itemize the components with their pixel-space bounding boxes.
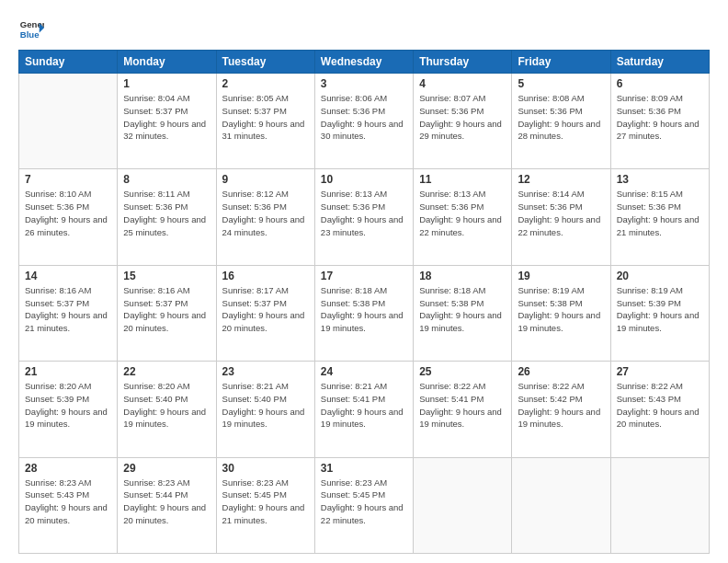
day-info: Sunrise: 8:21 AMSunset: 5:40 PMDaylight:… [222,380,309,431]
day-number: 24 [321,365,407,378]
day-number: 30 [222,462,309,475]
weekday-header-friday: Friday [512,51,610,74]
day-number: 2 [222,77,309,90]
day-info: Sunrise: 8:19 AMSunset: 5:38 PMDaylight:… [518,284,604,335]
calendar-cell [512,457,610,553]
day-info: Sunrise: 8:14 AMSunset: 5:36 PMDaylight:… [518,188,604,238]
calendar-cell: 22Sunrise: 8:20 AMSunset: 5:40 PMDayligh… [118,362,216,457]
calendar-cell: 28Sunrise: 8:23 AMSunset: 5:43 PMDayligh… [19,457,118,553]
weekday-header-tuesday: Tuesday [216,51,314,74]
day-number: 29 [123,462,210,475]
day-number: 4 [419,77,506,90]
day-number: 26 [518,365,604,378]
day-number: 13 [617,173,703,186]
day-info: Sunrise: 8:22 AMSunset: 5:43 PMDaylight:… [617,380,703,431]
calendar-cell: 17Sunrise: 8:18 AMSunset: 5:38 PMDayligh… [314,265,413,361]
day-number: 16 [222,270,309,282]
calendar-cell: 29Sunrise: 8:23 AMSunset: 5:44 PMDayligh… [118,457,216,553]
day-info: Sunrise: 8:18 AMSunset: 5:38 PMDaylight:… [321,284,407,335]
svg-text:Blue: Blue [20,29,40,40]
day-number: 22 [123,365,210,378]
calendar-cell: 16Sunrise: 8:17 AMSunset: 5:37 PMDayligh… [216,265,314,361]
day-number: 12 [518,173,604,186]
weekday-header-thursday: Thursday [414,51,512,74]
logo-icon: General Blue [18,17,44,42]
day-info: Sunrise: 8:23 AMSunset: 5:45 PMDaylight:… [321,477,407,527]
calendar-cell: 1Sunrise: 8:04 AMSunset: 5:37 PMDaylight… [118,74,216,169]
calendar-cell: 11Sunrise: 8:13 AMSunset: 5:36 PMDayligh… [414,169,512,265]
weekday-header-monday: Monday [118,51,216,74]
calendar-cell: 21Sunrise: 8:20 AMSunset: 5:39 PMDayligh… [19,362,118,457]
day-info: Sunrise: 8:13 AMSunset: 5:36 PMDaylight:… [321,188,407,238]
day-number: 9 [222,173,309,186]
day-number: 18 [419,270,506,282]
calendar-cell: 9Sunrise: 8:12 AMSunset: 5:36 PMDaylight… [216,169,314,265]
calendar-cell: 8Sunrise: 8:11 AMSunset: 5:36 PMDaylight… [118,169,216,265]
day-number: 10 [321,173,407,186]
day-info: Sunrise: 8:11 AMSunset: 5:36 PMDaylight:… [123,188,210,238]
day-number: 27 [617,365,703,378]
day-info: Sunrise: 8:05 AMSunset: 5:37 PMDaylight:… [222,92,309,143]
calendar-cell: 18Sunrise: 8:18 AMSunset: 5:38 PMDayligh… [414,265,512,361]
header: General Blue [18,17,710,42]
day-info: Sunrise: 8:07 AMSunset: 5:36 PMDaylight:… [419,92,506,143]
calendar-cell: 31Sunrise: 8:23 AMSunset: 5:45 PMDayligh… [314,457,413,553]
day-info: Sunrise: 8:23 AMSunset: 5:43 PMDaylight:… [25,477,111,527]
calendar-cell: 19Sunrise: 8:19 AMSunset: 5:38 PMDayligh… [512,265,610,361]
day-info: Sunrise: 8:12 AMSunset: 5:36 PMDaylight:… [222,188,309,238]
day-number: 7 [25,173,111,186]
logo: General Blue [18,17,44,42]
calendar-cell: 12Sunrise: 8:14 AMSunset: 5:36 PMDayligh… [512,169,610,265]
day-info: Sunrise: 8:20 AMSunset: 5:39 PMDaylight:… [25,380,111,431]
day-number: 25 [419,365,506,378]
calendar-cell: 13Sunrise: 8:15 AMSunset: 5:36 PMDayligh… [610,169,709,265]
calendar-cell [414,457,512,553]
page: General Blue SundayMondayTuesdayWednesda… [0,0,728,563]
day-info: Sunrise: 8:08 AMSunset: 5:36 PMDaylight:… [518,92,604,143]
day-info: Sunrise: 8:13 AMSunset: 5:36 PMDaylight:… [419,188,506,238]
day-number: 1 [123,77,210,90]
calendar-cell: 14Sunrise: 8:16 AMSunset: 5:37 PMDayligh… [19,265,118,361]
calendar-cell: 2Sunrise: 8:05 AMSunset: 5:37 PMDaylight… [216,74,314,169]
day-info: Sunrise: 8:16 AMSunset: 5:37 PMDaylight:… [123,284,210,335]
calendar-cell: 10Sunrise: 8:13 AMSunset: 5:36 PMDayligh… [314,169,413,265]
calendar-cell: 27Sunrise: 8:22 AMSunset: 5:43 PMDayligh… [610,362,709,457]
day-number: 31 [321,462,407,475]
weekday-header-row: SundayMondayTuesdayWednesdayThursdayFrid… [19,51,710,74]
day-info: Sunrise: 8:10 AMSunset: 5:36 PMDaylight:… [25,188,111,238]
day-number: 5 [518,77,604,90]
calendar-week-3: 14Sunrise: 8:16 AMSunset: 5:37 PMDayligh… [19,265,710,361]
day-info: Sunrise: 8:20 AMSunset: 5:40 PMDaylight:… [123,380,210,431]
calendar-cell: 25Sunrise: 8:22 AMSunset: 5:41 PMDayligh… [414,362,512,457]
day-info: Sunrise: 8:06 AMSunset: 5:36 PMDaylight:… [321,92,407,143]
calendar-week-2: 7Sunrise: 8:10 AMSunset: 5:36 PMDaylight… [19,169,710,265]
day-number: 21 [25,365,111,378]
day-number: 6 [617,77,703,90]
day-info: Sunrise: 8:22 AMSunset: 5:41 PMDaylight:… [419,380,506,431]
day-info: Sunrise: 8:22 AMSunset: 5:42 PMDaylight:… [518,380,604,431]
calendar-cell: 30Sunrise: 8:23 AMSunset: 5:45 PMDayligh… [216,457,314,553]
calendar-cell: 5Sunrise: 8:08 AMSunset: 5:36 PMDaylight… [512,74,610,169]
calendar-cell [610,457,709,553]
day-info: Sunrise: 8:18 AMSunset: 5:38 PMDaylight:… [419,284,506,335]
day-number: 3 [321,77,407,90]
day-number: 8 [123,173,210,186]
day-number: 17 [321,270,407,282]
day-number: 20 [617,270,703,282]
weekday-header-sunday: Sunday [19,51,118,74]
day-number: 11 [419,173,506,186]
calendar-week-4: 21Sunrise: 8:20 AMSunset: 5:39 PMDayligh… [19,362,710,457]
calendar-table: SundayMondayTuesdayWednesdayThursdayFrid… [18,50,710,554]
day-info: Sunrise: 8:23 AMSunset: 5:44 PMDaylight:… [123,477,210,527]
day-number: 19 [518,270,604,282]
day-info: Sunrise: 8:19 AMSunset: 5:39 PMDaylight:… [617,284,703,335]
calendar-week-5: 28Sunrise: 8:23 AMSunset: 5:43 PMDayligh… [19,457,710,553]
day-info: Sunrise: 8:15 AMSunset: 5:36 PMDaylight:… [617,188,703,238]
day-info: Sunrise: 8:16 AMSunset: 5:37 PMDaylight:… [25,284,111,335]
day-number: 15 [123,270,210,282]
day-info: Sunrise: 8:04 AMSunset: 5:37 PMDaylight:… [123,92,210,143]
day-info: Sunrise: 8:09 AMSunset: 5:36 PMDaylight:… [617,92,703,143]
day-info: Sunrise: 8:17 AMSunset: 5:37 PMDaylight:… [222,284,309,335]
day-number: 28 [25,462,111,475]
weekday-header-saturday: Saturday [610,51,709,74]
